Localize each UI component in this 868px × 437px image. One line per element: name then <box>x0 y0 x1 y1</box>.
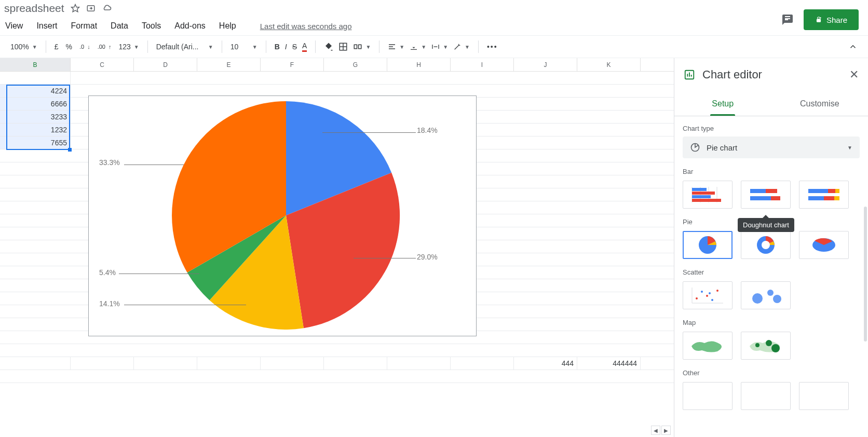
cell-b[interactable]: 7655 <box>0 136 71 149</box>
menu-help[interactable]: Help <box>219 21 236 31</box>
h-align-button[interactable]: ▼ <box>388 43 404 51</box>
menu-view[interactable]: View <box>5 21 23 31</box>
menu-tools[interactable]: Tools <box>142 21 161 31</box>
zoom-dropdown[interactable]: 100%▼ <box>10 43 37 51</box>
chart-option-other-3[interactable] <box>799 382 849 410</box>
svg-point-45 <box>752 293 763 304</box>
column-header-i[interactable]: I <box>451 58 514 71</box>
cell-b[interactable]: 1232 <box>0 124 71 136</box>
star-icon[interactable] <box>71 4 80 13</box>
cloud-icon[interactable] <box>102 4 112 13</box>
chart-option-bar[interactable] <box>683 181 733 209</box>
svg-rect-6 <box>355 45 357 49</box>
font-dropdown[interactable]: Default (Ari...▼ <box>156 43 213 51</box>
chart-option-doughnut[interactable] <box>741 231 791 259</box>
column-header-b[interactable]: B <box>0 58 71 71</box>
column-header-k[interactable]: K <box>577 58 641 71</box>
svg-point-43 <box>716 290 718 292</box>
chart-editor-panel: Chart editor ✕ Setup Customise Chart typ… <box>674 58 868 437</box>
chart-option-100-bar[interactable] <box>799 181 849 209</box>
svg-rect-19 <box>692 188 707 191</box>
currency-button[interactable]: £ <box>55 43 59 51</box>
selection-handle[interactable] <box>68 148 72 152</box>
chart-option-geo[interactable] <box>683 332 733 360</box>
chart-option-stacked-bar[interactable] <box>741 181 791 209</box>
caret-down-icon: ▼ <box>32 44 37 50</box>
share-button[interactable]: Share <box>804 9 859 30</box>
fill-color-button[interactable] <box>324 42 333 51</box>
table-row[interactable] <box>0 72 674 85</box>
scroll-left-button[interactable]: ◀ <box>651 426 660 435</box>
v-align-button[interactable]: ▼ <box>410 43 426 51</box>
tab-customise[interactable]: Customise <box>771 91 869 116</box>
table-row[interactable] <box>0 370 674 383</box>
menu-data[interactable]: Data <box>111 21 128 31</box>
pie-label: 33.3% <box>99 158 120 167</box>
column-header-g[interactable]: G <box>324 58 387 71</box>
menu-insert[interactable]: Insert <box>36 21 57 31</box>
svg-rect-30 <box>808 196 824 200</box>
pie-label: 29.0% <box>417 253 438 261</box>
caret-down-icon: ▼ <box>465 44 470 50</box>
more-toolbar-button[interactable]: ••• <box>487 43 498 51</box>
scrollbar-thumb[interactable] <box>864 207 867 342</box>
menu-addons[interactable]: Add-ons <box>174 21 206 31</box>
caret-down-icon: ▼ <box>421 44 426 50</box>
italic-button[interactable]: I <box>285 43 287 51</box>
table-row[interactable] <box>0 344 674 357</box>
chart-option-3d-pie[interactable] <box>799 231 849 259</box>
chart-option-pie[interactable] <box>683 231 733 259</box>
embedded-chart[interactable]: 18.4% 29.0% 14.1% 5.4% 33.3% <box>88 95 477 336</box>
toolbar: 100%▼ £ % .0↓ .00↑ 123▼ Default (Ari...▼… <box>0 35 868 58</box>
rotate-button[interactable]: ▼ <box>453 43 470 51</box>
move-icon[interactable] <box>86 4 96 13</box>
cell-b[interactable]: 4224 <box>0 85 71 97</box>
separator <box>266 40 266 53</box>
font-size-dropdown[interactable]: 10▼ <box>230 43 257 51</box>
increase-decimal-button[interactable]: .00↑ <box>98 44 112 50</box>
column-header-f[interactable]: F <box>261 58 324 71</box>
chart-option-scatter[interactable] <box>683 281 733 309</box>
table-row[interactable]: 444 444444 <box>0 357 674 370</box>
borders-button[interactable] <box>338 42 348 51</box>
collapse-toolbar-button[interactable] <box>848 42 858 51</box>
cell-k[interactable]: 444444 <box>577 357 641 370</box>
column-header-j[interactable]: J <box>514 58 577 71</box>
leader-line <box>322 132 416 133</box>
wrap-button[interactable]: ▼ <box>431 43 448 51</box>
merge-button[interactable]: ▼ <box>353 42 371 51</box>
tab-setup[interactable]: Setup <box>674 91 771 116</box>
decrease-decimal-button[interactable]: .0↓ <box>79 44 90 50</box>
spreadsheet-grid[interactable]: B C D E F G H I J K 4224 6666 3233 1232 … <box>0 58 674 437</box>
cell-j[interactable]: 444 <box>514 357 577 370</box>
strikethrough-button[interactable]: S <box>292 43 297 51</box>
cell-b[interactable]: 6666 <box>0 98 71 110</box>
close-icon[interactable]: ✕ <box>849 68 859 81</box>
chart-option-geo-markers[interactable] <box>741 332 791 360</box>
percent-button[interactable]: % <box>66 43 72 51</box>
chart-option-bubble[interactable] <box>741 281 791 309</box>
leader-line <box>124 305 246 305</box>
last-edit-link[interactable]: Last edit was seconds ago <box>260 22 352 31</box>
svg-marker-0 <box>71 5 79 12</box>
column-header-c[interactable]: C <box>71 58 134 71</box>
chart-option-other-2[interactable] <box>741 382 791 410</box>
svg-point-39 <box>696 297 698 299</box>
comments-icon[interactable] <box>781 13 794 26</box>
column-header-e[interactable]: E <box>197 58 261 71</box>
document-title[interactable]: spreadsheet <box>4 2 64 15</box>
cell-b[interactable]: 3233 <box>0 111 71 123</box>
svg-rect-23 <box>750 189 766 193</box>
more-formats-dropdown[interactable]: 123▼ <box>118 43 139 51</box>
menu-format[interactable]: Format <box>71 21 97 31</box>
chart-option-other-1[interactable] <box>683 382 733 410</box>
bold-button[interactable]: B <box>275 43 280 51</box>
text-color-button[interactable]: A <box>302 42 307 52</box>
scroll-right-button[interactable]: ▶ <box>661 426 671 435</box>
column-header-d[interactable]: D <box>134 58 197 71</box>
menu-bar: View Insert Format Data Tools Add-ons He… <box>0 17 868 35</box>
chart-type-dropdown[interactable]: Pie chart ▼ <box>683 136 860 158</box>
column-header-h[interactable]: H <box>387 58 451 71</box>
caret-down-icon: ▼ <box>399 44 404 50</box>
svg-point-46 <box>767 290 774 296</box>
